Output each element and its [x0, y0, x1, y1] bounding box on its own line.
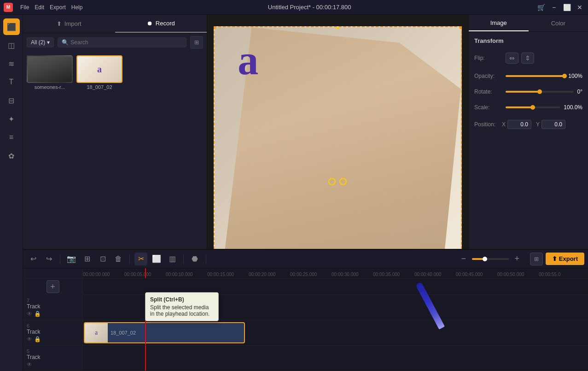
- position-label: Position:: [474, 121, 502, 128]
- window-title: Untitled Project* - 00:00:17.800: [82, 4, 536, 11]
- sidebar-transitions-icon[interactable]: ⊟: [3, 92, 20, 109]
- media-item-name: someones-r...: [27, 84, 73, 90]
- copy-button[interactable]: ⊞: [81, 253, 93, 265]
- menu-edit[interactable]: Edit: [35, 4, 44, 11]
- split-button[interactable]: ✂: [134, 253, 147, 265]
- ruler-mark: 00:00:15.000: [207, 272, 249, 277]
- transform-title: Transform: [474, 37, 582, 44]
- menu-file[interactable]: File: [20, 4, 29, 11]
- track-label: Track: [27, 329, 79, 335]
- crop-button[interactable]: ⬜: [150, 253, 163, 265]
- clip-thumbnail: a: [85, 323, 108, 342]
- track-number: 6: [27, 323, 79, 329]
- timeline-toolbar: ↩ ↪ 📷 ⊞ ⊡ 🗑 ✂ ⬜ ▥ ⬣ − + ⊞: [23, 250, 588, 268]
- cart-icon[interactable]: 🛒: [536, 3, 546, 12]
- opacity-label: Opacity:: [474, 73, 502, 79]
- scale-slider-track: [506, 106, 560, 108]
- main-layout: ⬛ ◫ ≋ T ⊟ ✦ ≡ ✿ ⬆ Import ⏺ Record All (2…: [0, 15, 588, 371]
- track-clip[interactable]: a 18_007_02: [84, 322, 245, 343]
- flip-row: Flip: ⇔ ⇕: [474, 53, 582, 64]
- rotate-value: 0°: [577, 88, 582, 95]
- zoom-bar: − +: [457, 253, 524, 265]
- snapshot-button[interactable]: 📷: [65, 253, 78, 265]
- chevron-down-icon: ▾: [47, 39, 50, 46]
- import-tab[interactable]: ⬆ Import: [23, 15, 115, 33]
- rotate-slider-fill: [506, 91, 540, 93]
- sidebar-media-icon[interactable]: ⬛: [3, 18, 20, 35]
- ruler-mark: 00:00:00.000: [83, 272, 124, 277]
- track-lock-icon[interactable]: 🔒: [34, 311, 41, 317]
- ruler-mark: 00:00:55.0: [539, 272, 580, 277]
- minimize-button[interactable]: −: [549, 3, 559, 12]
- tab-color[interactable]: Color: [529, 15, 588, 31]
- scale-slider-fill: [506, 106, 533, 108]
- undo-button[interactable]: ↩: [27, 253, 40, 265]
- opacity-slider-handle[interactable]: [562, 74, 567, 78]
- opacity-row: Opacity: 100%: [474, 73, 582, 79]
- timeline-tracks: + 7 Track 👁 🔒: [23, 278, 588, 371]
- track-icons: 👁: [27, 361, 79, 368]
- marker-button[interactable]: ⬣: [188, 253, 201, 265]
- track-eye-icon[interactable]: 👁: [27, 311, 32, 317]
- track-eye-icon[interactable]: 👁: [27, 361, 32, 368]
- export-button[interactable]: ⬆ Export: [546, 253, 584, 265]
- trim-button[interactable]: ▥: [166, 253, 179, 265]
- zoom-plus-button[interactable]: +: [511, 253, 524, 265]
- close-button[interactable]: ✕: [575, 3, 584, 12]
- list-item[interactable]: a 18_007_02: [76, 55, 122, 90]
- zoom-slider-handle[interactable]: [483, 257, 487, 261]
- zoom-slider[interactable]: [472, 258, 509, 260]
- menu-help[interactable]: Help: [71, 4, 83, 11]
- opacity-slider[interactable]: [506, 75, 565, 77]
- list-item[interactable]: someones-r...: [27, 55, 73, 90]
- timeline: ↩ ↪ 📷 ⊞ ⊡ 🗑 ✂ ⬜ ▥ ⬣ − + ⊞: [23, 249, 588, 371]
- titlebar: M File Edit Export Help Untitled Project…: [0, 0, 588, 15]
- sidebar-stickers-icon[interactable]: ✿: [3, 147, 20, 164]
- track-icons: 👁 🔒: [27, 336, 79, 342]
- zoom-minus-button[interactable]: −: [457, 253, 470, 265]
- delete-button[interactable]: 🗑: [112, 253, 125, 265]
- ruler-mark: 00:00:10.000: [166, 272, 207, 277]
- track-eye-icon[interactable]: 👁: [27, 336, 32, 342]
- sidebar-effects-icon[interactable]: ✦: [3, 111, 20, 127]
- pos-y-label: Y: [536, 121, 540, 128]
- filter-label: All (2): [31, 39, 45, 46]
- grid-toggle-button[interactable]: ⊞: [190, 36, 203, 49]
- pos-y-input[interactable]: [541, 120, 565, 129]
- media-filter-dropdown[interactable]: All (2) ▾: [27, 37, 54, 47]
- sidebar-audio-icon[interactable]: ≋: [3, 55, 20, 72]
- menu-export[interactable]: Export: [50, 4, 66, 11]
- table-row: 6 Track 👁 🔒 a 18_007_02: [23, 320, 588, 346]
- right-tabs: Image Color: [469, 15, 588, 32]
- flip-vertical-button[interactable]: ⇕: [521, 53, 534, 64]
- media-thumbnail: [27, 55, 73, 83]
- maximize-button[interactable]: ⬜: [562, 3, 571, 12]
- timeline-settings-button[interactable]: ⊞: [530, 253, 543, 265]
- rotate-slider-track: [506, 91, 574, 93]
- tooltip-title: Split (Ctrl+B): [150, 296, 214, 303]
- rotate-slider-handle[interactable]: [537, 89, 542, 94]
- sidebar-layers-icon[interactable]: ◫: [3, 37, 20, 53]
- track-icons: 👁 🔒: [27, 311, 79, 317]
- separator: [60, 254, 60, 264]
- add-track-button[interactable]: +: [47, 280, 59, 293]
- clip-name: 18_007_02: [108, 330, 139, 336]
- redo-button[interactable]: ↪: [42, 253, 55, 265]
- rotate-slider[interactable]: [506, 91, 574, 93]
- app-logo: M: [4, 3, 13, 12]
- pos-x-input[interactable]: [507, 120, 531, 129]
- scale-value: 100.0%: [564, 104, 582, 111]
- tooltip-body: Split the selected media in the playhead…: [150, 304, 214, 317]
- sidebar-filters-icon[interactable]: ≡: [3, 129, 20, 146]
- search-input[interactable]: [70, 39, 182, 46]
- scale-slider[interactable]: [506, 106, 560, 108]
- flip-horizontal-button[interactable]: ⇔: [506, 53, 518, 64]
- record-tab[interactable]: ⏺ Record: [115, 15, 207, 33]
- scale-slider-handle[interactable]: [530, 105, 535, 110]
- tab-image[interactable]: Image: [469, 15, 529, 31]
- media-toolbar: All (2) ▾ 🔍 ⊞: [23, 33, 207, 52]
- ruler-mark: 00:00:20.000: [249, 272, 290, 277]
- paste-button[interactable]: ⊡: [96, 253, 109, 265]
- sidebar-text-icon[interactable]: T: [3, 74, 20, 90]
- track-lock-icon[interactable]: 🔒: [34, 336, 41, 342]
